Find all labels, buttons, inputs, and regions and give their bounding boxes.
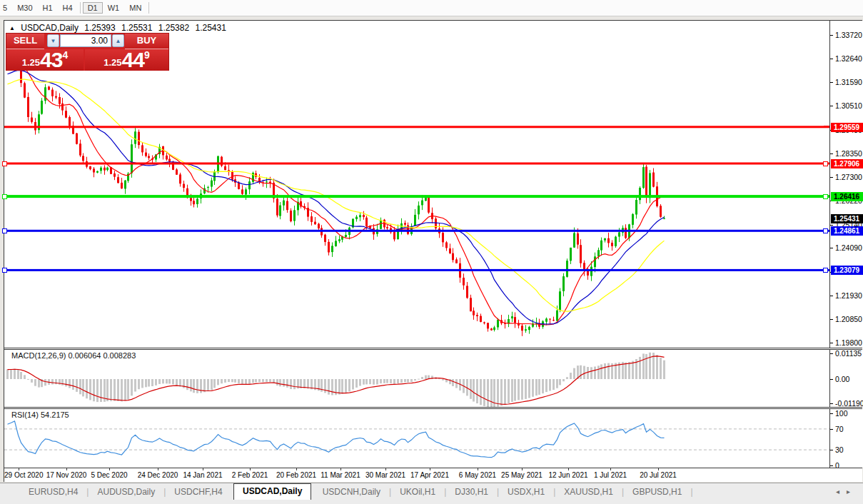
chart-tab-usdcnh-daily[interactable]: USDCNH,Daily (314, 485, 389, 499)
hline-handle[interactable] (2, 228, 7, 233)
hline-handle[interactable] (2, 268, 7, 273)
price-tick: 1.31590 (835, 78, 862, 86)
chart-tab-usdchf-h4[interactable]: USDCHF,H4 (166, 485, 231, 499)
price-tick: 1.20850 (835, 315, 862, 323)
chart-tab-usdcad-daily[interactable]: USDCAD,Daily (233, 483, 311, 500)
hline-handle[interactable] (823, 228, 828, 233)
date-tick (522, 468, 523, 470)
chart-tab-xauusd-h1[interactable]: XAUUSD,H1 (555, 485, 622, 499)
date-tick (430, 468, 430, 470)
current-price-tag: 1.25431 (831, 214, 863, 223)
hline-handle[interactable] (823, 268, 828, 273)
axis-tick-dash (830, 106, 833, 106)
pane-divider (4, 468, 862, 468)
sell-price-prefix: 1.25 (22, 56, 40, 70)
volume-input[interactable] (60, 34, 111, 47)
date-tick (250, 468, 251, 470)
hline-handle[interactable] (824, 126, 829, 128)
price-tick: 1.28350 (835, 149, 862, 158)
rsi-label: RSI(14) 54.2175 (11, 410, 69, 419)
horizontal-line-1.27906[interactable] (4, 163, 829, 165)
moving-average-10 (8, 63, 665, 325)
volume-increase-button[interactable]: ▲ (112, 34, 124, 47)
buy-price-pips: 44 (122, 50, 144, 70)
rsi-tick: 70 (835, 425, 844, 433)
collapse-panel-icon[interactable]: ▲ (9, 25, 15, 31)
date-axis[interactable]: 29 Oct 202017 Nov 20205 Dec 202024 Dec 2… (4, 468, 862, 482)
chart-tab-usdx-h1[interactable]: USDX,H1 (499, 485, 553, 499)
horizontal-line-1.26416[interactable] (4, 195, 829, 198)
ohlc-high: 1.25531 (121, 23, 152, 33)
mt4-terminal: 5 M30 H1 H4 D1 W1 MN 1.337201.326401.315… (0, 0, 863, 504)
volume-decrease-button[interactable]: ▼ (47, 34, 59, 47)
buy-price-prefix: 1.25 (104, 56, 121, 70)
axis-tick-dash (830, 82, 833, 83)
buy-button[interactable]: BUY (125, 34, 168, 49)
tab-scroll-right-icon[interactable]: ▸ (847, 488, 857, 495)
tab-scroll-left-icon[interactable]: ◂ (836, 488, 847, 495)
price-axis[interactable]: 1.337201.326401.315901.305101.294301.283… (829, 21, 863, 468)
axis-tick-dash (830, 429, 833, 430)
chart-tab-gbpusd-h1[interactable]: GBPUSD,H1 (624, 485, 690, 499)
price-tick: 1.30510 (835, 101, 862, 110)
axis-tick-dash (830, 296, 833, 296)
axis-tick-dash (830, 248, 833, 248)
rsi-tick: 0 (835, 461, 839, 468)
sell-price-display[interactable]: 1.25 43 4 (6, 49, 84, 71)
ohlc-open: 1.25393 (84, 23, 115, 33)
price-level-tag: 1.27906 (831, 159, 863, 168)
hline-handle[interactable] (823, 161, 828, 166)
chart-symbol-label: USDCAD,Daily (21, 23, 79, 33)
price-tick: 1.19800 (835, 338, 862, 347)
timeframe-button-h1[interactable]: H1 (38, 2, 58, 14)
chart-tab-audusd-daily[interactable]: AUDUSD,Daily (89, 485, 163, 499)
horizontal-line-1.24861[interactable] (4, 230, 829, 232)
axis-tick-dash (830, 379, 833, 380)
pane-divider[interactable] (4, 348, 862, 350)
timeframe-button-m30[interactable]: M30 (12, 2, 37, 14)
chart-title: ▲ USDCAD,Daily 1.25393 1.25531 1.25382 1… (9, 23, 230, 33)
toolbar-separator (148, 2, 149, 14)
hline-handle[interactable] (2, 194, 7, 199)
sell-price-point: 4 (62, 50, 68, 60)
rsi-indicator-pane[interactable] (4, 409, 829, 468)
axis-tick-dash (830, 225, 833, 226)
chart-tab-ukoil-h1[interactable]: UKOil,H1 (391, 485, 444, 499)
price-level-tag: 1.26416 (831, 192, 863, 201)
rsi-line (8, 421, 665, 458)
price-tick: 1.33720 (835, 31, 862, 39)
timeframe-button-h4[interactable]: H4 (58, 2, 78, 14)
date-tick (478, 468, 478, 470)
tab-separator: | (690, 487, 692, 497)
ohlc-low: 1.25382 (158, 23, 189, 33)
sell-price-pips: 43 (40, 50, 62, 70)
timeframe-button-w1[interactable]: W1 (103, 2, 125, 14)
sell-button[interactable]: SELL (6, 34, 44, 49)
date-tick (203, 468, 203, 470)
macd-tick: 0.01135 (835, 349, 862, 358)
timeframe-button-d1[interactable]: D1 (83, 2, 103, 14)
horizontal-line-1.29559[interactable] (4, 126, 829, 128)
buy-price-point: 9 (144, 50, 150, 60)
pane-divider[interactable] (4, 407, 862, 409)
rsi-tick: 30 (835, 445, 844, 454)
date-tick (66, 468, 67, 470)
chart-tab-eurusd-h4[interactable]: EURUSD,H4 (20, 485, 86, 499)
axis-tick-dash (830, 35, 833, 36)
buy-price-display[interactable]: 1.25 44 9 (85, 49, 168, 71)
toolbar-separator (80, 2, 81, 14)
date-tick (296, 468, 297, 470)
axis-tick-dash (830, 353, 833, 354)
chart-tab-dj30-h1[interactable]: DJ30,H1 (446, 485, 497, 499)
price-tick: 1.21930 (835, 291, 862, 300)
axis-tick-dash (830, 403, 833, 404)
timeframe-button-m5[interactable]: 5 (0, 2, 12, 14)
price-tick: 1.27300 (835, 173, 862, 181)
hline-handle[interactable] (2, 161, 7, 166)
one-click-trading-panel: SELL ▼ ▲ BUY 1.25 43 4 1.25 44 9 (6, 33, 169, 71)
hline-handle[interactable] (823, 194, 828, 199)
horizontal-line-1.23079[interactable] (4, 269, 829, 271)
date-tick (109, 468, 110, 470)
timeframe-button-mn[interactable]: MN (124, 2, 146, 14)
axis-tick-dash (830, 465, 833, 466)
